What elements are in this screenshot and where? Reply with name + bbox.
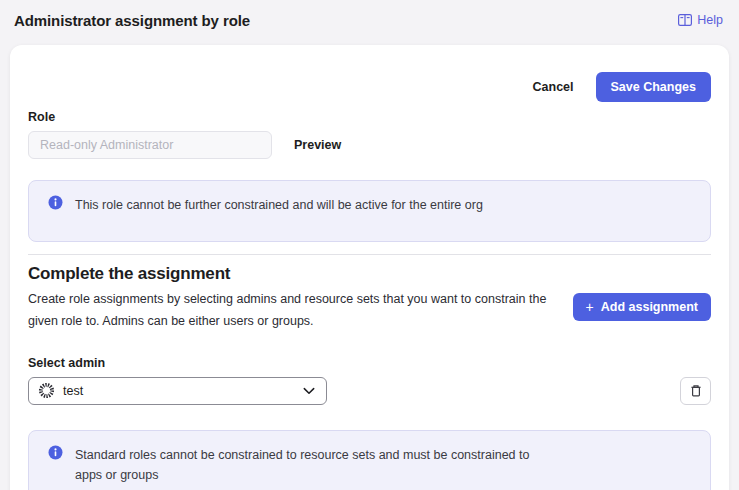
role-input[interactable] xyxy=(28,131,272,159)
actions-row: Cancel Save Changes xyxy=(28,72,711,102)
page-title: Administrator assignment by role xyxy=(14,12,250,29)
add-assignment-button[interactable]: + Add assignment xyxy=(573,293,711,321)
page-header: Administrator assignment by role Help xyxy=(0,0,739,45)
delete-assignment-button[interactable] xyxy=(680,377,711,405)
assignment-card: Cancel Save Changes Role Preview This ro… xyxy=(10,45,729,490)
info-icon xyxy=(48,195,63,214)
help-link[interactable]: Help xyxy=(678,13,723,27)
role-constraint-alert: This role cannot be further constrained … xyxy=(28,180,711,242)
standard-role-alert: Standard roles cannot be constrained to … xyxy=(28,430,711,490)
help-label: Help xyxy=(697,13,723,27)
section-divider xyxy=(28,254,711,255)
role-section: Role Preview xyxy=(28,110,711,159)
complete-assignment-section: Complete the assignment Create role assi… xyxy=(28,264,711,405)
info-icon xyxy=(48,445,63,464)
admin-select[interactable]: test xyxy=(28,377,327,405)
add-assignment-label: Add assignment xyxy=(601,300,698,314)
help-icon xyxy=(678,14,692,26)
section-heading: Complete the assignment xyxy=(28,264,711,284)
admin-assignment-row: test xyxy=(28,377,711,405)
preview-label: Preview xyxy=(294,138,341,152)
role-label: Role xyxy=(28,110,711,124)
select-admin-label: Select admin xyxy=(28,356,711,370)
section-description: Create role assignments by selecting adm… xyxy=(28,289,573,333)
save-changes-button[interactable]: Save Changes xyxy=(596,72,711,102)
chevron-down-icon xyxy=(303,387,315,395)
cancel-button[interactable]: Cancel xyxy=(531,74,576,100)
alert-text: Standard roles cannot be constrained to … xyxy=(75,444,543,486)
alert-text: This role cannot be further constrained … xyxy=(75,194,483,216)
admin-avatar-icon xyxy=(38,382,55,399)
trash-icon xyxy=(689,384,703,398)
plus-icon: + xyxy=(586,300,594,314)
selected-admin-value: test xyxy=(63,384,83,398)
